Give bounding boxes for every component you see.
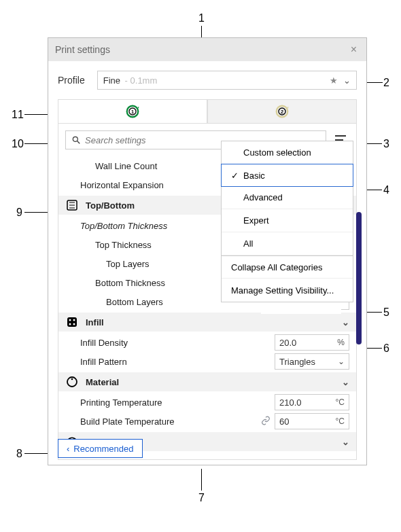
extruder-1-icon: 1 xyxy=(125,104,140,119)
category-label: Material xyxy=(86,377,119,387)
search-icon xyxy=(71,135,81,145)
chevron-down-icon: ⌄ xyxy=(342,377,349,387)
setting-label: Build Plate Temperature xyxy=(65,416,261,427)
setting-infill-pattern: Infill Pattern Triangles⌄ xyxy=(65,352,349,371)
svg-text:1: 1 xyxy=(131,109,134,115)
dropdown-item-collapse[interactable]: Collapse All Categories xyxy=(222,255,353,279)
visibility-dropdown: Custom selection ✓Basic Advanced Expert … xyxy=(221,141,353,302)
extruder-2-icon: 2 xyxy=(275,104,290,119)
setting-infill-density: Infill Density 20.0% xyxy=(65,333,349,352)
close-icon[interactable]: × xyxy=(348,42,360,57)
svg-point-17 xyxy=(73,319,75,321)
window-title: Print settings xyxy=(55,44,110,55)
callout-1: 1 xyxy=(198,12,205,24)
recommended-button[interactable]: ‹ Recommended xyxy=(58,439,143,458)
setting-label: Printing Temperature xyxy=(65,397,275,408)
setting-printing-temp: Printing Temperature 210.0°C xyxy=(65,393,349,412)
dropdown-item-expert[interactable]: Expert xyxy=(222,209,353,232)
profile-row: Profile Fine - 0.1mm ★ ⌄ xyxy=(48,61,366,90)
profile-suffix: - 0.1mm xyxy=(125,75,158,86)
value-input[interactable]: 60°C xyxy=(275,413,349,429)
extruder-tabs: 1 2 xyxy=(58,99,357,124)
chevron-left-icon: ‹ xyxy=(67,444,69,454)
titlebar: Print settings × xyxy=(48,38,366,61)
scrollbar[interactable] xyxy=(356,212,362,344)
category-infill[interactable]: Infill ⌄ xyxy=(58,313,356,332)
callout-9: 9 xyxy=(16,207,22,219)
callout-8: 8 xyxy=(16,448,22,460)
svg-line-7 xyxy=(77,141,80,144)
callout-2: 2 xyxy=(383,77,389,89)
tab-extruder-2[interactable]: 2 xyxy=(207,99,357,124)
check-icon: ✓ xyxy=(231,171,239,181)
category-material[interactable]: Material ⌄ xyxy=(58,372,356,391)
tab-extruder-1[interactable]: 1 xyxy=(58,99,207,124)
dropdown-item-all[interactable]: All xyxy=(222,232,353,255)
star-icon[interactable]: ★ xyxy=(330,75,338,86)
category-label: Top/Bottom xyxy=(86,200,135,211)
category-label: Infill xyxy=(86,317,104,327)
value-input[interactable]: 210.0°C xyxy=(275,394,349,410)
chevron-down-icon: ⌄ xyxy=(342,437,349,447)
profile-name: Fine xyxy=(103,75,120,86)
svg-point-18 xyxy=(69,323,71,325)
svg-point-6 xyxy=(73,137,77,141)
callout-5: 5 xyxy=(383,306,389,319)
dropdown-item-advanced[interactable]: Advanced xyxy=(222,186,353,209)
callout-4: 4 xyxy=(383,184,389,196)
setting-label: Infill Pattern xyxy=(65,357,275,367)
callout-11: 11 xyxy=(12,109,24,121)
svg-rect-15 xyxy=(67,317,77,327)
profile-select[interactable]: Fine - 0.1mm ★ ⌄ xyxy=(97,71,357,90)
link-icon[interactable] xyxy=(261,416,271,427)
setting-build-plate-temp: Build Plate Temperature 60°C xyxy=(65,412,349,431)
profile-label: Profile xyxy=(58,75,85,86)
value-input[interactable]: 20.0% xyxy=(275,334,349,351)
dropdown-item-custom[interactable]: Custom selection xyxy=(222,141,353,164)
callout-3: 3 xyxy=(383,138,389,150)
callout-10: 10 xyxy=(12,138,24,150)
chevron-down-icon[interactable]: ⌄ xyxy=(343,75,351,86)
recommended-label: Recommended xyxy=(73,444,133,454)
svg-point-16 xyxy=(69,319,71,321)
setting-label: Infill Density xyxy=(65,338,275,348)
value-select[interactable]: Triangles⌄ xyxy=(275,353,349,370)
dropdown-item-basic[interactable]: ✓Basic xyxy=(221,164,353,187)
dropdown-item-manage[interactable]: Manage Setting Visibility... xyxy=(222,279,353,302)
infill-icon xyxy=(65,315,79,329)
svg-point-21 xyxy=(71,378,73,380)
chevron-down-icon: ⌄ xyxy=(338,357,345,366)
callout-7: 7 xyxy=(198,492,205,504)
top-bottom-icon xyxy=(65,198,79,212)
material-icon xyxy=(65,375,79,389)
svg-text:2: 2 xyxy=(281,109,283,115)
svg-point-19 xyxy=(73,323,75,325)
callout-6: 6 xyxy=(383,342,389,355)
chevron-down-icon: ⌄ xyxy=(342,317,349,327)
